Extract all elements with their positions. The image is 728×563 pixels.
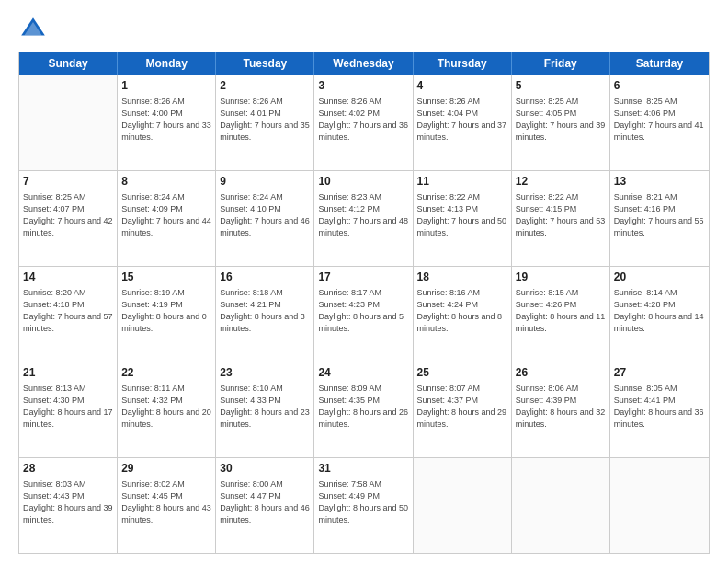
week-row-3: 14Sunrise: 8:20 AMSunset: 4:18 PMDayligh… [19, 266, 709, 362]
day-number: 7 [23, 174, 113, 190]
cell-info: Sunrise: 8:25 AMSunset: 4:06 PMDaylight:… [614, 96, 705, 144]
logo [18, 15, 53, 44]
header-day-tuesday: Tuesday [216, 52, 314, 75]
week-row-5: 28Sunrise: 8:03 AMSunset: 4:43 PMDayligh… [19, 457, 709, 553]
cell-info: Sunrise: 8:02 AMSunset: 4:45 PMDaylight:… [121, 478, 211, 526]
cell-info: Sunrise: 8:10 AMSunset: 4:33 PMDaylight:… [220, 383, 310, 431]
day-cell-empty-0-0 [19, 75, 118, 170]
day-cell-20: 20Sunrise: 8:14 AMSunset: 4:28 PMDayligh… [610, 267, 709, 362]
header-day-saturday: Saturday [610, 52, 709, 75]
cell-info: Sunrise: 8:06 AMSunset: 4:39 PMDaylight:… [516, 383, 606, 431]
day-number: 19 [516, 270, 606, 285]
cell-info: Sunrise: 8:22 AMSunset: 4:13 PMDaylight:… [417, 191, 507, 239]
day-number: 4 [417, 78, 507, 94]
day-cell-empty-4-5 [512, 458, 610, 553]
page: SundayMondayTuesdayWednesdayThursdayFrid… [0, 0, 728, 563]
day-number: 29 [121, 461, 211, 477]
day-cell-5: 5Sunrise: 8:25 AMSunset: 4:05 PMDaylight… [512, 75, 610, 170]
header-day-thursday: Thursday [414, 52, 512, 75]
day-cell-31: 31Sunrise: 7:58 AMSunset: 4:49 PMDayligh… [314, 458, 413, 553]
day-cell-2: 2Sunrise: 8:26 AMSunset: 4:01 PMDaylight… [216, 75, 314, 170]
cell-info: Sunrise: 8:25 AMSunset: 4:07 PMDaylight:… [23, 191, 113, 239]
cell-info: Sunrise: 8:05 AMSunset: 4:41 PMDaylight:… [614, 383, 705, 431]
cell-info: Sunrise: 8:25 AMSunset: 4:05 PMDaylight:… [516, 96, 606, 144]
day-cell-15: 15Sunrise: 8:19 AMSunset: 4:19 PMDayligh… [118, 267, 216, 362]
day-number: 11 [417, 174, 507, 190]
day-cell-8: 8Sunrise: 8:24 AMSunset: 4:09 PMDaylight… [118, 171, 216, 266]
cell-info: Sunrise: 8:19 AMSunset: 4:19 PMDaylight:… [121, 287, 211, 335]
day-number: 14 [23, 270, 113, 285]
day-number: 12 [516, 174, 606, 190]
cell-info: Sunrise: 8:16 AMSunset: 4:24 PMDaylight:… [417, 287, 507, 335]
cell-info: Sunrise: 8:17 AMSunset: 4:23 PMDaylight:… [318, 287, 408, 335]
day-cell-6: 6Sunrise: 8:25 AMSunset: 4:06 PMDaylight… [610, 75, 709, 170]
day-cell-empty-4-6 [610, 458, 709, 553]
day-cell-3: 3Sunrise: 8:26 AMSunset: 4:02 PMDaylight… [314, 75, 413, 170]
day-number: 24 [318, 365, 408, 381]
day-number: 31 [318, 461, 408, 477]
week-row-4: 21Sunrise: 8:13 AMSunset: 4:30 PMDayligh… [19, 362, 709, 457]
day-cell-21: 21Sunrise: 8:13 AMSunset: 4:30 PMDayligh… [19, 362, 118, 457]
day-number: 6 [614, 78, 705, 94]
cell-info: Sunrise: 8:11 AMSunset: 4:32 PMDaylight:… [121, 383, 211, 431]
day-number: 27 [614, 365, 705, 381]
day-cell-empty-4-4 [414, 458, 512, 553]
day-cell-22: 22Sunrise: 8:11 AMSunset: 4:32 PMDayligh… [118, 362, 216, 457]
week-row-2: 7Sunrise: 8:25 AMSunset: 4:07 PMDaylight… [19, 170, 709, 266]
day-number: 21 [23, 365, 113, 381]
week-row-1: 1Sunrise: 8:26 AMSunset: 4:00 PMDaylight… [19, 75, 709, 170]
day-number: 10 [318, 174, 408, 190]
cell-info: Sunrise: 8:09 AMSunset: 4:35 PMDaylight:… [318, 383, 408, 431]
day-number: 26 [516, 365, 606, 381]
cell-info: Sunrise: 8:14 AMSunset: 4:28 PMDaylight:… [614, 287, 705, 335]
day-cell-4: 4Sunrise: 8:26 AMSunset: 4:04 PMDaylight… [414, 75, 512, 170]
header [18, 15, 710, 44]
day-number: 9 [220, 174, 310, 190]
day-cell-1: 1Sunrise: 8:26 AMSunset: 4:00 PMDaylight… [118, 75, 216, 170]
day-cell-10: 10Sunrise: 8:23 AMSunset: 4:12 PMDayligh… [314, 171, 413, 266]
day-number: 15 [121, 270, 211, 285]
day-cell-24: 24Sunrise: 8:09 AMSunset: 4:35 PMDayligh… [314, 362, 413, 457]
day-cell-19: 19Sunrise: 8:15 AMSunset: 4:26 PMDayligh… [512, 267, 610, 362]
cell-info: Sunrise: 8:15 AMSunset: 4:26 PMDaylight:… [516, 287, 606, 335]
day-number: 22 [121, 365, 211, 381]
day-number: 2 [220, 78, 310, 94]
day-number: 25 [417, 365, 507, 381]
day-number: 5 [516, 78, 606, 94]
calendar-body: 1Sunrise: 8:26 AMSunset: 4:00 PMDaylight… [19, 75, 709, 553]
cell-info: Sunrise: 8:24 AMSunset: 4:10 PMDaylight:… [220, 191, 310, 239]
day-number: 17 [318, 270, 408, 285]
day-cell-17: 17Sunrise: 8:17 AMSunset: 4:23 PMDayligh… [314, 267, 413, 362]
day-number: 28 [23, 461, 113, 477]
calendar: SundayMondayTuesdayWednesdayThursdayFrid… [18, 52, 710, 554]
day-number: 18 [417, 270, 507, 285]
calendar-header-row: SundayMondayTuesdayWednesdayThursdayFrid… [19, 52, 709, 75]
cell-info: Sunrise: 8:00 AMSunset: 4:47 PMDaylight:… [220, 478, 310, 526]
day-number: 16 [220, 270, 310, 285]
day-cell-28: 28Sunrise: 8:03 AMSunset: 4:43 PMDayligh… [19, 458, 118, 553]
day-number: 20 [614, 270, 705, 285]
cell-info: Sunrise: 8:26 AMSunset: 4:02 PMDaylight:… [318, 96, 408, 144]
day-cell-27: 27Sunrise: 8:05 AMSunset: 4:41 PMDayligh… [610, 362, 709, 457]
day-cell-11: 11Sunrise: 8:22 AMSunset: 4:13 PMDayligh… [414, 171, 512, 266]
day-number: 8 [121, 174, 211, 190]
cell-info: Sunrise: 8:23 AMSunset: 4:12 PMDaylight:… [318, 191, 408, 239]
cell-info: Sunrise: 8:21 AMSunset: 4:16 PMDaylight:… [614, 191, 705, 239]
day-number: 30 [220, 461, 310, 477]
cell-info: Sunrise: 8:24 AMSunset: 4:09 PMDaylight:… [121, 191, 211, 239]
day-cell-26: 26Sunrise: 8:06 AMSunset: 4:39 PMDayligh… [512, 362, 610, 457]
cell-info: Sunrise: 8:03 AMSunset: 4:43 PMDaylight:… [23, 478, 113, 526]
cell-info: Sunrise: 8:18 AMSunset: 4:21 PMDaylight:… [220, 287, 310, 335]
day-cell-25: 25Sunrise: 8:07 AMSunset: 4:37 PMDayligh… [414, 362, 512, 457]
cell-info: Sunrise: 8:26 AMSunset: 4:04 PMDaylight:… [417, 96, 507, 144]
day-number: 13 [614, 174, 705, 190]
day-number: 3 [318, 78, 408, 94]
day-cell-18: 18Sunrise: 8:16 AMSunset: 4:24 PMDayligh… [414, 267, 512, 362]
cell-info: Sunrise: 8:20 AMSunset: 4:18 PMDaylight:… [23, 287, 113, 335]
day-cell-9: 9Sunrise: 8:24 AMSunset: 4:10 PMDaylight… [216, 171, 314, 266]
cell-info: Sunrise: 8:13 AMSunset: 4:30 PMDaylight:… [23, 383, 113, 431]
day-number: 1 [121, 78, 211, 94]
header-day-monday: Monday [118, 52, 216, 75]
cell-info: Sunrise: 8:22 AMSunset: 4:15 PMDaylight:… [516, 191, 606, 239]
header-day-sunday: Sunday [19, 52, 118, 75]
